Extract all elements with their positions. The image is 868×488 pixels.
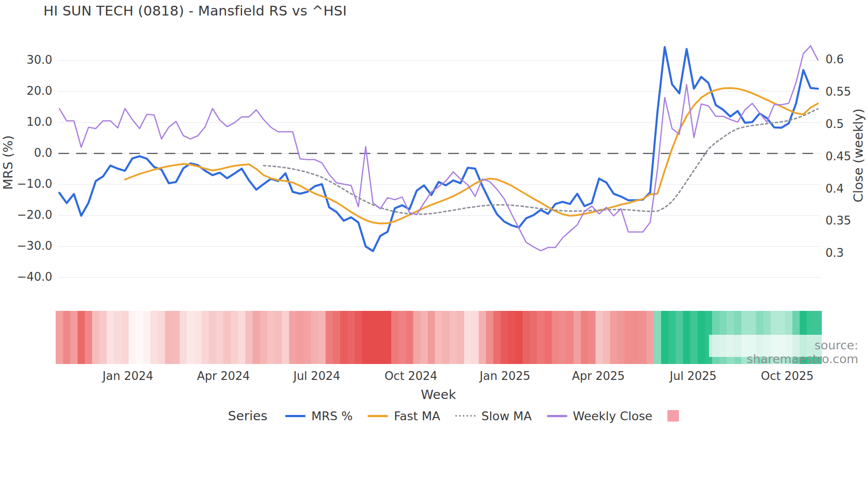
left-axis-tick: −20.0	[13, 208, 52, 221]
legend-swatch-icon	[547, 415, 567, 417]
heatmap-cell	[369, 311, 377, 364]
heatmap-cell	[464, 311, 472, 364]
heatmap-cell	[158, 311, 165, 364]
heatmap-cell	[245, 311, 253, 364]
heatmap-cell	[450, 311, 457, 364]
chart-page: HI SUN TECH (0818) - Mansfield RS vs ^HS…	[0, 0, 868, 488]
right-axis-tick: 0.5	[825, 117, 844, 131]
heatmap-cell	[668, 311, 676, 364]
heatmap-cell	[493, 311, 501, 364]
heatmap-cell	[472, 311, 479, 364]
heatmap-cell	[690, 311, 698, 364]
heatmap-cell	[376, 311, 384, 364]
left-axis-tick: 30.0	[13, 53, 52, 66]
legend-item-slow-ma: Slow MA	[455, 409, 532, 423]
heatmap-cell	[78, 311, 85, 364]
heatmap-cell	[566, 311, 574, 364]
legend-swatch-icon	[285, 415, 306, 417]
heatmap-cell	[537, 311, 545, 364]
legend-swatch-icon	[455, 415, 476, 417]
heatmap-cell	[435, 311, 442, 364]
heatmap-cell	[544, 311, 552, 364]
source-note: source: sharemaestro.com	[709, 338, 858, 366]
heatmap-cell	[500, 311, 508, 364]
heatmap-cell	[610, 311, 617, 364]
heatmap-cell	[530, 311, 537, 364]
heatmap-cell	[676, 311, 683, 364]
heatmap-cell	[92, 311, 100, 364]
heatmap-cell	[63, 311, 70, 364]
heatmap-cell	[559, 311, 566, 364]
legend: Series MRS %Fast MASlow MAWeekly Close	[0, 408, 868, 423]
heatmap-cell	[355, 311, 362, 364]
heatmap-cell	[143, 311, 151, 364]
heatmap-cell	[267, 311, 275, 364]
x-axis-tick: Oct 2025	[752, 369, 823, 383]
chart-title: HI SUN TECH (0818) - Mansfield RS vs ^HS…	[43, 3, 347, 19]
heatmap-cell	[413, 311, 421, 364]
heatmap-cell	[128, 311, 136, 364]
heatmap-cell	[224, 311, 231, 364]
heatmap-cell	[151, 311, 158, 364]
heatmap-cell	[384, 311, 391, 364]
heatmap-cell	[603, 311, 610, 364]
heatmap-cell	[231, 311, 238, 364]
heatmap-cell	[275, 311, 282, 364]
legend-swatch-icon	[667, 410, 679, 422]
heatmap-cell	[172, 311, 180, 364]
x-axis-tick: Jan 2025	[469, 369, 540, 383]
legend-title: Series	[228, 408, 267, 423]
heatmap-cell	[202, 311, 209, 364]
heatmap-cell	[340, 311, 348, 364]
heatmap-cell	[362, 311, 369, 364]
heatmap-cell	[238, 311, 246, 364]
x-axis-tick: Oct 2024	[376, 369, 446, 383]
heatmap-cell	[304, 311, 311, 364]
legend-items: MRS %Fast MASlow MAWeekly Close	[285, 409, 679, 423]
heatmap-cell	[391, 311, 399, 364]
heatmap-cell	[56, 311, 63, 364]
legend-item-label: MRS %	[311, 409, 353, 423]
heatmap-cell	[194, 311, 202, 364]
heatmap-cell	[624, 311, 632, 364]
heatmap-cell	[479, 311, 486, 364]
heatmap-cell	[326, 311, 333, 364]
heatmap-cell	[639, 311, 647, 364]
heatmap-cell	[252, 311, 260, 364]
heatmap-cell	[216, 311, 224, 364]
heatmap-cell	[399, 311, 406, 364]
right-axis-tick: 0.55	[825, 85, 851, 98]
x-axis-tick: Apr 2025	[563, 369, 634, 383]
x-axis-title: Week	[394, 387, 483, 402]
heatmap-cell	[632, 311, 639, 364]
heatmap-cell	[698, 311, 705, 364]
heatmap-cell	[508, 311, 515, 364]
heatmap-cell	[114, 311, 122, 364]
heatmap-cell	[683, 311, 690, 364]
legend-swatch-icon	[368, 415, 388, 417]
heatmap-cell	[70, 311, 78, 364]
heatmap-cell	[107, 311, 114, 364]
legend-item-mrs-: MRS %	[285, 409, 353, 423]
legend-item-label: Weekly Close	[573, 409, 653, 423]
heatmap-cell	[486, 311, 493, 364]
heatmap-cell	[121, 311, 129, 364]
left-axis-tick: 10.0	[13, 115, 52, 128]
heatmap-cell	[187, 311, 194, 364]
heatmap-cell	[552, 311, 559, 364]
heatmap-cell	[588, 311, 596, 364]
heatmap-cell	[311, 311, 318, 364]
heatmap-cell	[617, 311, 625, 364]
heatmap-cell	[420, 311, 428, 364]
left-axis-tick: −30.0	[13, 239, 52, 252]
left-axis-tick: 20.0	[13, 84, 52, 97]
heatmap-cell	[100, 311, 107, 364]
heatmap-cell	[296, 311, 304, 364]
heatmap-cell	[442, 311, 450, 364]
legend-item-weekly-close: Weekly Close	[547, 409, 653, 423]
heatmap-cell	[581, 311, 589, 364]
legend-item-label: Fast MA	[394, 409, 440, 423]
right-axis-tick: 0.35	[825, 214, 851, 227]
series-mrs-	[59, 47, 818, 251]
heatmap-cell	[428, 311, 435, 364]
